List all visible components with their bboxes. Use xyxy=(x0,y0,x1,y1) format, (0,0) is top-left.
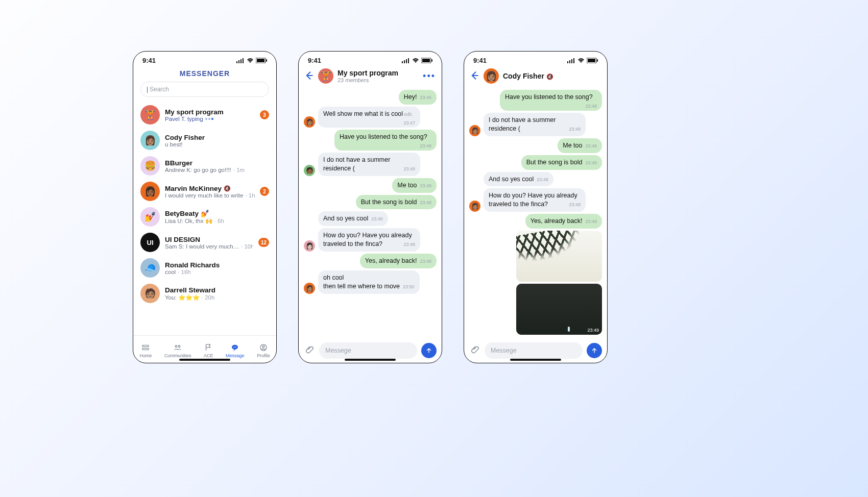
paperclip-icon xyxy=(470,344,480,355)
signal-icon xyxy=(567,58,575,63)
chat-avatar[interactable]: 🏋️ xyxy=(318,68,333,84)
chat-header-text[interactable]: My sport program 23 members xyxy=(337,69,398,83)
chat-item[interactable]: 👩🏾Marvin McKinney🔇I would very much like… xyxy=(133,179,276,204)
tab-communities[interactable]: Communities xyxy=(164,343,191,358)
message-time: 23:48 xyxy=(569,126,581,132)
message-time: 23:48 xyxy=(420,258,431,264)
back-button[interactable] xyxy=(304,70,314,82)
screen-chat-list: 9:41 MESSENGER Search 🏋️My sport program… xyxy=(133,51,277,363)
message-bubble[interactable]: Me too23:48 xyxy=(392,178,437,193)
chat-item[interactable]: UIUI DESIGNSam S: I would very much… · 1… xyxy=(133,230,276,255)
message-bubble[interactable]: Hey!23:46 xyxy=(399,90,437,105)
message-bubble[interactable]: And so yes cool23:48 xyxy=(484,172,553,187)
message-time: 23:48 xyxy=(585,143,597,149)
muted-icon: 🔇 xyxy=(546,73,553,80)
message-text: Hey! xyxy=(404,93,417,101)
message-text: How do you? Have you already traveled to… xyxy=(323,232,412,247)
chat-sub: Lisa U: Ok, thx 🙌 · 6h xyxy=(165,217,269,225)
back-button[interactable] xyxy=(469,70,479,82)
home-icon xyxy=(141,343,150,352)
message-bubble[interactable]: I do not have a summer residence (23:48 xyxy=(318,153,420,176)
message-bubble[interactable]: Me too23:48 xyxy=(558,138,602,153)
wifi-icon xyxy=(412,58,419,63)
message-bubble[interactable]: Have you listened to the song?23:48 xyxy=(334,130,437,151)
avatar: 🧑🏾 xyxy=(304,165,315,176)
tab-home[interactable]: Home xyxy=(139,343,152,358)
message-row: 👩🏽How do you? Have you already traveled … xyxy=(469,188,602,212)
message-input[interactable]: Messege xyxy=(485,342,583,359)
attach-button[interactable] xyxy=(470,344,480,357)
paperclip-icon xyxy=(305,344,315,355)
avatar: 👩🏽 xyxy=(469,201,480,212)
message-row: 👩🏽Well show me what it is cool edit.23:4… xyxy=(304,107,437,128)
message-bubble[interactable]: Have you listened to the song?23:48 xyxy=(500,90,602,111)
svg-rect-29 xyxy=(588,59,595,62)
image-message[interactable] xyxy=(516,231,602,282)
chat-item[interactable]: 🧑🏽Darrell StewardYou: ⭐⭐⭐ · 20h xyxy=(133,281,276,306)
chat-item[interactable]: 🧢Ronald Richardscool · 16h xyxy=(133,255,276,281)
chat-name: Cody Fisher xyxy=(165,134,269,141)
message-time: 23:48 xyxy=(403,241,415,247)
message-bubble[interactable]: How do you? Have you already traveled to… xyxy=(318,228,420,252)
arrow-up-icon xyxy=(591,347,598,354)
message-row: 👩🏽I do not have a summer residence (23:4… xyxy=(469,113,602,136)
svg-rect-30 xyxy=(597,59,598,62)
message-time: 23:47 xyxy=(403,120,415,126)
chat-avatar[interactable]: 👩🏽 xyxy=(484,68,499,84)
chat-item[interactable]: 💅BetyBeaty 💅Lisa U: Ok, thx 🙌 · 6h xyxy=(133,204,276,230)
message-bubble[interactable]: But the song is bold23:48 xyxy=(356,195,437,210)
tab-communities-label: Communities xyxy=(164,353,191,358)
brand-title: MESSENGER xyxy=(133,69,276,78)
message-list[interactable]: Hey!23:46👩🏽Well show me what it is cool … xyxy=(299,87,442,338)
chat-item[interactable]: 🏋️My sport programPavel T. typing3 xyxy=(133,102,276,128)
signal-icon xyxy=(236,58,245,63)
svg-rect-23 xyxy=(431,59,432,62)
message-bubble[interactable]: Yes, already back!23:48 xyxy=(525,214,602,229)
tab-message-label: Message xyxy=(226,353,245,358)
chat-item[interactable]: 🍔BBurgerAndrew K: go go go go!!!! · 1m xyxy=(133,153,276,179)
message-list[interactable]: Have you listened to the song?23:48👩🏽I d… xyxy=(464,87,607,338)
wifi-icon xyxy=(577,58,585,63)
avatar: 👩🏽 xyxy=(140,131,160,150)
search-placeholder: Search xyxy=(147,86,169,93)
svg-point-16 xyxy=(262,345,264,347)
message-bubble[interactable]: How do you? Have you already traveled to… xyxy=(484,188,586,212)
tab-profile[interactable]: Profile xyxy=(257,343,270,358)
message-bubble[interactable]: And so yes cool23:48 xyxy=(318,211,388,226)
message-bubble[interactable]: Well show me what it is cool edit.23:47 xyxy=(318,107,420,128)
image-message[interactable]: 23:49 xyxy=(516,284,602,335)
screen-group-chat: 9:41 🏋️ My sport program 23 members ••• … xyxy=(298,51,442,363)
send-button[interactable] xyxy=(587,343,602,358)
chat-name: BetyBeaty 💅 xyxy=(165,209,269,217)
chat-header-text[interactable]: Cody Fisher 🔇 xyxy=(503,72,553,80)
message-bubble[interactable]: But the song is bold23:48 xyxy=(521,155,602,170)
chat-subtitle: 23 members xyxy=(337,77,398,83)
search-input[interactable]: Search xyxy=(140,82,269,97)
message-bubble[interactable]: I do not have a summer residence (23:48 xyxy=(484,113,586,136)
attach-button[interactable] xyxy=(305,344,315,357)
signal-icon xyxy=(402,58,410,63)
status-bar: 9:41 xyxy=(464,52,607,67)
screen-direct-chat: 9:41 👩🏽 Cody Fisher 🔇 Have you listened … xyxy=(464,51,608,363)
message-row xyxy=(469,231,602,282)
home-indicator xyxy=(345,359,396,361)
message-time: 23:48 xyxy=(371,216,383,222)
tab-message[interactable]: Message xyxy=(226,343,245,358)
chat-item[interactable]: 👩🏽Cody Fisheru best! xyxy=(133,128,276,153)
message-bubble[interactable]: Yes, already back!23:48 xyxy=(360,254,437,268)
send-button[interactable] xyxy=(421,343,437,358)
message-text: Well show me what it is cool xyxy=(323,110,403,117)
message-text: Me too xyxy=(563,142,582,149)
message-time: 23:48 xyxy=(569,202,581,208)
more-button[interactable]: ••• xyxy=(423,71,436,82)
svg-rect-8 xyxy=(142,348,149,350)
home-indicator xyxy=(510,359,561,361)
wifi-icon xyxy=(247,58,254,63)
message-input[interactable]: Messege xyxy=(319,342,417,359)
tab-home-label: Home xyxy=(139,353,152,358)
message-bubble[interactable]: oh coolthen tell me where to move23:50 xyxy=(318,270,420,294)
message-row: Me too23:48 xyxy=(304,178,437,193)
tab-ace[interactable]: ACE xyxy=(204,343,213,358)
chat-sub: Sam S: I would very much… · 10h xyxy=(165,243,253,250)
message-text: And so yes cool xyxy=(323,215,368,222)
